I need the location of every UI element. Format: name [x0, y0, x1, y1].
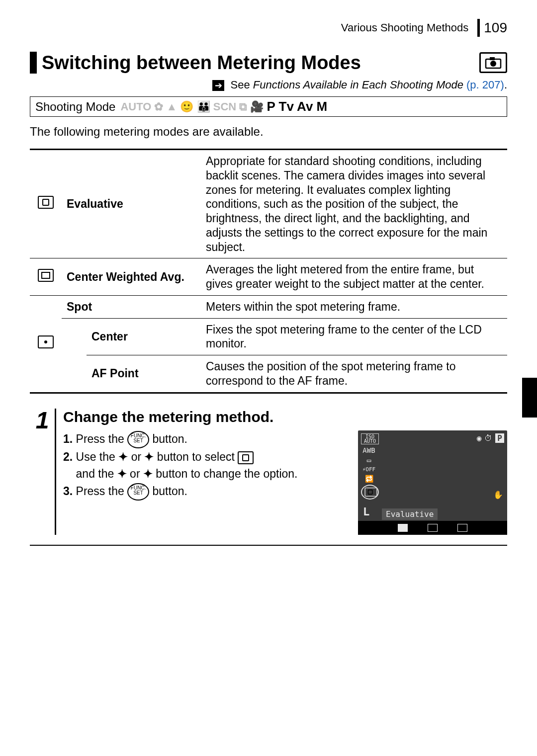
spot-icon: [30, 295, 62, 393]
header-section-title: Various Shooting Methods: [341, 21, 468, 34]
step2-f: button to change the option.: [156, 467, 297, 480]
step-1: 1. Press the FUNC.SET button.: [63, 430, 348, 448]
step-block: 1 Change the metering method. 1. Press t…: [30, 409, 507, 546]
awb-icon: AWB: [361, 446, 377, 454]
step1-b: button.: [153, 432, 187, 445]
step2-c: button to select: [157, 450, 235, 463]
option-evaluative-icon: [398, 524, 408, 532]
arrow-left-icon: ✦: [117, 467, 127, 480]
arrow-up-icon: ✦: [118, 450, 128, 463]
spot-desc: Meters within the spot metering frame.: [201, 295, 507, 318]
see-reference-row: ➔ See Functions Available in Each Shooti…: [30, 79, 507, 91]
page-number: 109: [484, 20, 507, 36]
step2-a: Use the: [76, 450, 115, 463]
func-set-button-icon: FUNC.SET: [127, 483, 149, 501]
metering-icon: [238, 451, 254, 464]
shooting-mode-label: Shooting Mode: [35, 100, 115, 114]
step-instructions: 1. Press the FUNC.SET button. 2. Use the…: [63, 430, 348, 535]
screen-bottom-options: [358, 521, 507, 535]
screen-icon-1: ◉: [477, 433, 482, 443]
option-center-icon: [428, 524, 438, 532]
func-set-button-icon: FUNC.SET: [127, 431, 149, 448]
heading-bar-icon: [30, 52, 37, 74]
mode-p-badge: P: [495, 433, 504, 443]
table-row: Evaluative Appropriate for standard shoo…: [30, 150, 507, 258]
see-period: .: [504, 79, 507, 91]
center-weighted-name: Center Weighted Avg.: [62, 258, 201, 296]
svg-point-1: [490, 61, 496, 67]
arrow-down-icon: ✦: [144, 450, 154, 463]
option-spot-icon: [457, 524, 467, 532]
header-divider: [477, 19, 480, 37]
step1-a: Press the: [76, 432, 124, 445]
drive-icon: ▭: [361, 456, 377, 464]
table-row: AF Point Causes the position of the spot…: [30, 355, 507, 393]
arrow-right-icon: ✦: [143, 467, 153, 480]
section-heading: Switching between Metering Modes: [42, 52, 479, 74]
spot-center-name: Center: [87, 318, 201, 355]
section-heading-row: Switching between Metering Modes: [30, 52, 507, 74]
arrow-right-icon: ➔: [212, 80, 224, 91]
see-title: Functions Available in Each Shooting Mod…: [253, 79, 463, 91]
spot-sub-spacer: [62, 318, 87, 393]
evaluative-name: Evaluative: [62, 150, 201, 258]
lcd-screen-illustration: ISO AUTO AWB ▭ ⚡OFF 🔁 ◉ ⏱ P ✋ L Evaluat: [358, 430, 507, 535]
spot-af-desc: Causes the position of the spot metering…: [201, 355, 507, 393]
bracket-icon: 🔁: [361, 475, 377, 483]
table-row: Center Weighted Avg. Averages the light …: [30, 258, 507, 296]
svg-rect-2: [490, 57, 495, 60]
spot-center-desc: Fixes the spot metering frame to the cen…: [201, 318, 507, 355]
step2-e: or: [130, 467, 140, 480]
metering-selected-icon: [361, 485, 379, 500]
iso-icon: ISO AUTO: [361, 433, 379, 444]
inactive-modes: AUTO ✿ ▲ 🙂 👪 SCN ⧉ 🎥: [120, 100, 264, 113]
table-row: Spot Meters within the spot metering fra…: [30, 295, 507, 318]
shooting-mode-icons: AUTO ✿ ▲ 🙂 👪 SCN ⧉ 🎥 P Tv Av M: [120, 99, 502, 114]
flash-icon: ⚡OFF: [361, 466, 377, 473]
see-page-link[interactable]: (p. 207): [466, 79, 504, 91]
step3-a: Press the: [76, 485, 124, 498]
step2-d: and the: [76, 467, 114, 480]
center-weighted-desc: Averages the light metered from the enti…: [201, 258, 507, 296]
metering-modes-table: Evaluative Appropriate for standard shoo…: [30, 149, 507, 394]
screen-left-icons: ISO AUTO AWB ▭ ⚡OFF 🔁: [361, 433, 379, 500]
table-row: Center Fixes the spot metering frame to …: [30, 318, 507, 355]
see-prefix: See: [230, 79, 250, 91]
step-title: Change the metering method.: [63, 409, 507, 425]
side-tab: [522, 378, 537, 418]
spot-name: Spot: [62, 295, 201, 318]
spot-af-name: AF Point: [87, 355, 201, 393]
screen-top-right: ◉ ⏱ P: [477, 433, 504, 443]
page-header: Various Shooting Methods 109: [30, 19, 507, 37]
camera-mode-icon: [479, 52, 507, 73]
intro-text: The following metering modes are availab…: [30, 125, 507, 139]
step2-b: or: [131, 450, 141, 463]
evaluative-icon: [30, 150, 62, 258]
active-modes: P Tv Av M: [267, 99, 327, 114]
step-2: 2. Use the ✦ or ✦ button to select and t…: [63, 448, 348, 483]
step-3: 3. Press the FUNC.SET button.: [63, 483, 348, 501]
size-l-icon: L: [363, 505, 369, 518]
screen-icon-2: ⏱: [484, 433, 492, 443]
evaluative-desc: Appropriate for standard shooting condit…: [201, 150, 507, 258]
step-number: 1: [30, 409, 56, 535]
shooting-mode-row: Shooting Mode AUTO ✿ ▲ 🙂 👪 SCN ⧉ 🎥 P Tv …: [30, 96, 507, 117]
step3-b: button.: [153, 485, 187, 498]
hand-icon: ✋: [493, 490, 503, 500]
center-weighted-icon: [30, 258, 62, 296]
screen-mode-label: Evaluative: [382, 508, 438, 520]
